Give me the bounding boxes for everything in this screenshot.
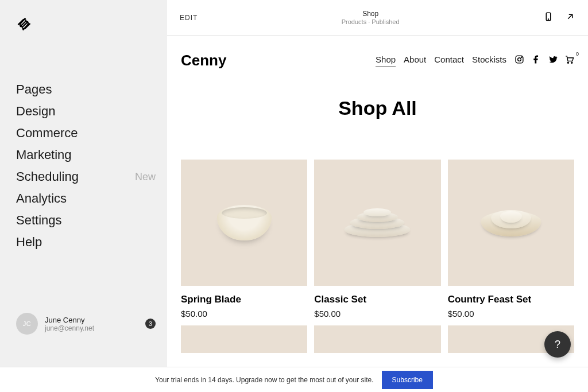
help-button[interactable]: ? — [544, 331, 571, 358]
edit-button[interactable]: EDIT — [180, 14, 198, 22]
svg-point-3 — [518, 58, 521, 61]
site-nav-shop[interactable]: Shop — [376, 55, 396, 67]
product-image — [181, 160, 307, 286]
svg-point-6 — [571, 62, 572, 63]
site-header: Cenny Shop About Contact Stockists — [181, 46, 574, 81]
nav-tag-new: New — [135, 171, 156, 183]
site-brand[interactable]: Cenny — [181, 52, 226, 69]
nav-item-pages[interactable]: Pages — [16, 80, 156, 99]
nav-label: Pages — [16, 82, 52, 97]
site-social-icons: 0 — [514, 55, 574, 67]
avatar: JC — [16, 313, 38, 335]
preview-title: Shop Products · Published — [342, 10, 400, 25]
nav-item-help[interactable]: Help — [16, 233, 156, 251]
trial-bar: Your trial ends in 14 days. Upgrade now … — [0, 367, 588, 392]
product-grid: Spring Blade $50.00 Classic Set $50.00 — [181, 160, 574, 353]
nav-label: Help — [16, 235, 42, 250]
user-email: june@cenny.net — [45, 324, 138, 332]
nav-item-design[interactable]: Design — [16, 102, 156, 121]
product-card[interactable]: Classic Set $50.00 — [314, 160, 440, 319]
subscribe-button[interactable]: Subscribe — [382, 371, 433, 389]
preview-title-main: Shop — [342, 10, 400, 18]
trial-message: Your trial ends in 14 days. Upgrade now … — [155, 376, 373, 384]
preview-actions — [543, 11, 575, 24]
preview-panel: EDIT Shop Products · Published Cenny Sho… — [167, 0, 588, 392]
mobile-preview-icon[interactable] — [543, 11, 554, 24]
product-image — [448, 160, 574, 286]
product-card[interactable]: Country Feast Set $50.00 — [448, 160, 574, 319]
site-preview[interactable]: Cenny Shop About Contact Stockists — [167, 36, 588, 392]
sidebar: Pages Design Commerce Marketing Scheduli… — [0, 0, 167, 392]
product-price: $50.00 — [314, 309, 440, 319]
product-name: Classic Set — [314, 294, 440, 305]
squarespace-logo-icon[interactable] — [16, 16, 167, 34]
nav-item-marketing[interactable]: Marketing — [16, 146, 156, 164]
user-info: June Cenny june@cenny.net — [45, 316, 138, 332]
nav-label: Commerce — [16, 126, 78, 141]
product-image — [314, 160, 440, 286]
open-external-icon[interactable] — [565, 11, 575, 24]
main-nav: Pages Design Commerce Marketing Scheduli… — [0, 80, 167, 251]
site-nav: Shop About Contact Stockists — [376, 55, 574, 67]
product-card[interactable]: Spring Blade $50.00 — [181, 160, 307, 319]
nav-item-settings[interactable]: Settings — [16, 211, 156, 230]
nav-label: Settings — [16, 213, 62, 228]
notification-badge[interactable]: 3 — [145, 319, 156, 329]
page-title: Shop All — [181, 97, 574, 119]
nav-item-scheduling[interactable]: Scheduling New — [16, 168, 156, 186]
svg-point-1 — [548, 18, 548, 19]
instagram-icon[interactable] — [514, 55, 524, 67]
facebook-icon[interactable] — [531, 55, 541, 67]
product-name: Country Feast Set — [448, 294, 574, 305]
nav-label: Design — [16, 104, 55, 119]
svg-point-4 — [521, 57, 522, 57]
nested-bowls-illustration — [481, 209, 541, 236]
preview-header: EDIT Shop Products · Published — [167, 0, 588, 36]
twitter-icon[interactable] — [548, 55, 558, 67]
preview-title-sub: Products · Published — [342, 18, 400, 25]
nav-item-commerce[interactable]: Commerce — [16, 124, 156, 142]
user-name: June Cenny — [45, 316, 138, 324]
product-price: $50.00 — [448, 309, 574, 319]
product-name: Spring Blade — [181, 294, 307, 305]
product-price: $50.00 — [181, 309, 307, 319]
nav-label: Marketing — [16, 148, 72, 162]
product-card[interactable] — [314, 325, 440, 353]
product-image — [314, 325, 440, 353]
nav-label: Scheduling — [16, 169, 79, 184]
product-card[interactable] — [181, 325, 307, 353]
site-nav-contact[interactable]: Contact — [434, 55, 464, 67]
site-nav-stockists[interactable]: Stockists — [472, 55, 506, 67]
nav-item-analytics[interactable]: Analytics — [16, 189, 156, 208]
plates-illustration — [345, 208, 411, 237]
cart-icon[interactable]: 0 — [564, 55, 574, 67]
bowl-illustration — [217, 205, 272, 240]
product-image — [181, 325, 307, 353]
cart-count: 0 — [576, 51, 579, 57]
site-nav-about[interactable]: About — [404, 55, 426, 67]
nav-label: Analytics — [16, 191, 67, 206]
svg-point-5 — [567, 62, 568, 63]
